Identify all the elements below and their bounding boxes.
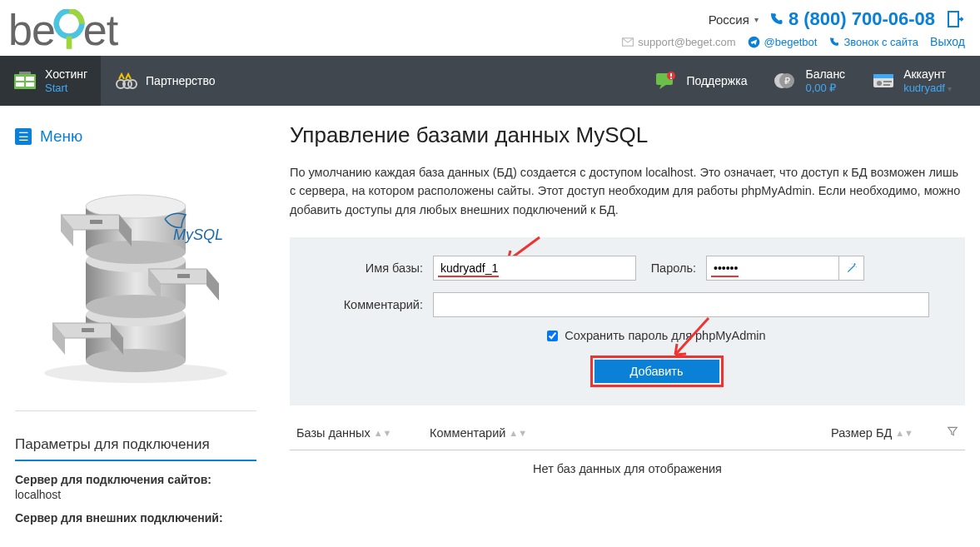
nav-support-label: Поддержка [686,74,747,87]
svg-rect-5 [16,77,24,81]
filter-icon [947,425,958,437]
password-highlight: •••••• [711,261,739,277]
region-selector[interactable]: Россия [709,12,759,27]
svg-rect-4 [14,74,36,89]
svg-rect-24 [883,84,890,86]
svg-point-27 [86,349,186,372]
sidebar: ☰ Меню MySQL Параметры для по [15,122,256,525]
save-password-checkbox[interactable] [547,331,558,341]
comment-input[interactable] [433,292,929,317]
server-sites-value: localhost [15,488,256,501]
nav-hosting-plan: Start [45,82,87,95]
logo-g-icon [53,9,85,51]
svg-rect-35 [90,220,102,224]
svg-rect-15 [670,73,672,77]
menu-toggle[interactable]: ☰ Меню [15,122,256,161]
nav-account-label: Аккаунт [903,67,952,82]
db-name-label: Имя базы: [306,261,423,275]
nav-partnership[interactable]: Партнерство [101,56,229,106]
logout-link[interactable]: Выход [930,35,965,48]
mysql-illustration: MySQL [27,169,244,385]
col-db[interactable]: Базы данных▲▼ [296,426,430,440]
svg-rect-9 [19,72,31,74]
svg-rect-16 [670,77,672,79]
phone-link[interactable]: 8 (800) 700-06-08 [769,8,935,30]
server-sites-label: Сервер для подключения сайтов: [15,473,256,486]
sort-icon: ▲▼ [895,428,913,438]
svg-point-33 [86,241,186,264]
page-description: По умолчанию каждая база данных (БД) соз… [290,163,965,219]
svg-text:MySQL: MySQL [173,226,223,243]
nav-balance-label: Баланс [805,67,845,82]
nav-account-user: kudryadf [903,82,952,95]
menu-icon: ☰ [15,128,32,145]
svg-text:₽: ₽ [784,76,790,86]
telegram-link[interactable]: @begetbot [748,36,818,48]
account-icon [872,71,895,91]
svg-rect-23 [883,81,892,82]
save-password-label: Сохранить пароль для phpMyAdmin [565,329,765,342]
svg-rect-6 [26,77,34,81]
phone-small-icon [828,37,839,47]
page-title: Управление базами данных MySQL [290,122,965,148]
add-db-button[interactable]: Добавить [594,360,719,383]
server-ext-label: Сервер для внешних подключений: [15,511,256,525]
svg-rect-7 [16,82,24,87]
hosting-icon [13,71,37,91]
params-heading: Параметры для подключения [15,436,256,461]
logo[interactable]: beet [8,8,117,52]
svg-rect-8 [26,82,34,87]
arrow-annotation-icon [669,316,710,362]
door-icon[interactable] [945,9,965,29]
password-generate-button[interactable] [839,256,864,281]
magic-wand-icon [846,262,858,274]
svg-point-22 [877,81,882,86]
sort-icon: ▲▼ [374,428,392,438]
svg-rect-36 [177,274,190,278]
filter-button[interactable] [947,425,958,440]
callback-link[interactable]: Звонок с сайта [828,36,918,48]
password-label: Пароль: [646,261,696,275]
comment-label: Комментарий: [306,298,423,311]
svg-rect-1 [948,12,958,27]
svg-rect-21 [873,74,893,78]
main-content: Управление базами данных MySQL По умолча… [290,122,965,509]
create-db-form: Имя базы: kudryadf_1 Пароль: •••••• Комм… [290,237,965,405]
mail-icon [622,37,634,47]
partnership-icon [114,71,137,91]
support-email[interactable]: support@beget.com [622,36,735,48]
menu-label: Меню [40,127,82,146]
support-icon [654,71,678,91]
nav-partnership-label: Партнерство [146,74,216,87]
header: beet Россия 8 (800) 700-06-08 support@be… [0,0,980,56]
nav-balance-value: 0,00 ₽ [805,82,845,95]
nav-balance[interactable]: ₽ Баланс 0,00 ₽ [760,56,858,106]
svg-rect-37 [82,328,94,332]
nav-hosting[interactable]: Хостинг Start [0,56,101,106]
sort-icon: ▲▼ [509,428,527,438]
svg-point-30 [86,295,186,318]
navbar: Хостинг Start Партнерство Поддержка ₽ Ба… [0,56,980,106]
table-empty-message: Нет баз данных для отображения [290,450,965,509]
nav-hosting-label: Хостинг [45,67,87,82]
nav-account[interactable]: Аккаунт kudryadf [858,56,965,106]
phone-icon [769,12,784,27]
sidebar-divider [15,410,256,411]
db-table-header: Базы данных▲▼ Комментарий▲▼ Размер БД▲▼ [290,415,965,450]
balance-icon: ₽ [774,71,797,91]
header-right: Россия 8 (800) 700-06-08 support@beget.c… [622,8,965,48]
telegram-icon [748,36,760,48]
col-comment[interactable]: Комментарий▲▼ [430,426,679,440]
db-name-highlight: kudryadf_1 [438,261,499,277]
nav-support[interactable]: Поддержка [641,56,760,106]
col-size[interactable]: Размер БД▲▼ [831,426,913,440]
